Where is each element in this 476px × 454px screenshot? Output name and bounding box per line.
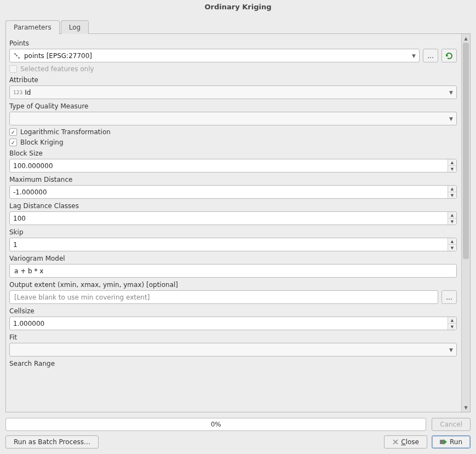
parameters-panel: Points points [EPSG:27700] ▼ … bbox=[5, 34, 471, 412]
close-icon bbox=[392, 439, 399, 445]
checkbox-box bbox=[9, 139, 17, 146]
attribute-combo[interactable]: 123 Id ▼ bbox=[9, 85, 457, 99]
ellipsis-icon: … bbox=[427, 52, 434, 60]
lag-classes-spin[interactable]: 100 ▲ ▼ bbox=[9, 211, 457, 225]
extent-label: Output extent (xmin, xmax, ymin, ymax) [… bbox=[9, 281, 457, 289]
close-button-label: lose bbox=[406, 438, 419, 446]
block-size-label: Block Size bbox=[9, 150, 457, 157]
dialog-title: Ordinary Kriging bbox=[0, 0, 476, 14]
ellipsis-icon: ... bbox=[446, 294, 452, 301]
max-distance-spin[interactable]: -1.000000 ▲ ▼ bbox=[9, 185, 457, 199]
tab-bar: Parameters Log bbox=[5, 19, 471, 34]
checkbox-box bbox=[9, 128, 17, 136]
chevron-down-icon: ▼ bbox=[449, 90, 453, 95]
vertical-scrollbar[interactable]: ▲ ▼ bbox=[461, 34, 470, 412]
search-range-label: Search Range bbox=[9, 360, 457, 367]
run-batch-label: Run as Batch Process… bbox=[14, 438, 90, 446]
quality-measure-label: Type of Quality Measure bbox=[9, 102, 457, 110]
points-combo[interactable]: points [EPSG:27700] ▼ bbox=[9, 49, 420, 62]
spin-down-icon[interactable]: ▼ bbox=[448, 166, 456, 172]
svg-rect-0 bbox=[440, 440, 444, 444]
tab-parameters[interactable]: Parameters bbox=[5, 20, 60, 35]
extent-input-field[interactable] bbox=[13, 293, 434, 302]
skip-value: 1 bbox=[13, 241, 448, 249]
spin-arrows: ▲ ▼ bbox=[448, 238, 456, 251]
numeric-field-icon: 123 bbox=[13, 90, 22, 95]
variogram-input[interactable] bbox=[9, 264, 457, 278]
fit-combo[interactable]: ▼ bbox=[9, 343, 457, 357]
cellsize-label: Cellsize bbox=[9, 307, 457, 315]
progress-bar: 0% bbox=[5, 418, 426, 431]
variogram-label: Variogram Model bbox=[9, 255, 457, 262]
spin-up-icon[interactable]: ▲ bbox=[448, 159, 456, 166]
spin-down-icon[interactable]: ▼ bbox=[448, 245, 456, 251]
spin-arrows: ▲ ▼ bbox=[448, 317, 456, 330]
points-browse-button[interactable]: … bbox=[423, 49, 438, 62]
spin-arrows: ▲ ▼ bbox=[448, 212, 456, 225]
run-button[interactable]: Run bbox=[432, 435, 471, 449]
extent-input[interactable] bbox=[9, 290, 438, 304]
dialog-window: Ordinary Kriging Parameters Log Points p… bbox=[0, 0, 476, 454]
cancel-button: Cancel bbox=[432, 418, 471, 431]
spin-down-icon[interactable]: ▼ bbox=[448, 324, 456, 330]
run-button-label: Run bbox=[450, 438, 462, 446]
chevron-down-icon: ▼ bbox=[449, 347, 453, 353]
skip-spin[interactable]: 1 ▲ ▼ bbox=[9, 238, 457, 251]
attribute-combo-value: Id bbox=[25, 89, 31, 96]
spin-up-icon[interactable]: ▲ bbox=[448, 238, 456, 245]
checkbox-box bbox=[9, 65, 17, 73]
cellsize-value: 1.000000 bbox=[13, 320, 448, 327]
selected-features-label: Selected features only bbox=[20, 65, 94, 73]
spin-arrows: ▲ ▼ bbox=[448, 159, 456, 172]
points-label: Points bbox=[9, 39, 457, 47]
chevron-down-icon: ▼ bbox=[412, 53, 416, 59]
max-distance-label: Maximum Distance bbox=[9, 176, 457, 183]
block-kriging-label: Block Kriging bbox=[20, 139, 64, 146]
point-layer-icon bbox=[13, 52, 21, 60]
chevron-down-icon: ▼ bbox=[449, 116, 453, 122]
block-size-value: 100.000000 bbox=[13, 162, 448, 170]
parameters-scroll-area: Points points [EPSG:27700] ▼ … bbox=[6, 34, 461, 412]
block-size-spin[interactable]: 100.000000 ▲ ▼ bbox=[9, 159, 457, 173]
spin-down-icon[interactable]: ▼ bbox=[448, 192, 456, 198]
run-icon bbox=[440, 439, 448, 445]
selected-features-checkbox: Selected features only bbox=[9, 65, 457, 73]
spin-up-icon[interactable]: ▲ bbox=[448, 317, 456, 324]
quality-measure-combo[interactable]: ▼ bbox=[9, 112, 457, 125]
lag-classes-value: 100 bbox=[13, 215, 448, 222]
scroll-down-icon[interactable]: ▼ bbox=[462, 403, 470, 412]
spin-up-icon[interactable]: ▲ bbox=[448, 186, 456, 192]
log-transform-label: Logarithmic Transformation bbox=[20, 128, 111, 136]
skip-label: Skip bbox=[9, 228, 457, 236]
points-combo-value: points [EPSG:27700] bbox=[24, 52, 92, 60]
iterate-icon bbox=[445, 51, 454, 60]
variogram-input-field[interactable] bbox=[13, 267, 453, 275]
scrollbar-track[interactable] bbox=[462, 43, 470, 403]
cancel-button-label: Cancel bbox=[440, 421, 462, 428]
dialog-footer: 0% Cancel Run as Batch Process… Close bbox=[5, 412, 471, 449]
spin-down-icon[interactable]: ▼ bbox=[448, 219, 456, 225]
cellsize-spin[interactable]: 1.000000 ▲ ▼ bbox=[9, 317, 457, 330]
close-button[interactable]: Close bbox=[384, 435, 427, 449]
dialog-content: Parameters Log Points points [EPSG:27700… bbox=[0, 14, 476, 454]
scrollbar-thumb[interactable] bbox=[463, 43, 469, 259]
lag-classes-label: Lag Distance Classes bbox=[9, 202, 457, 210]
fit-label: Fit bbox=[9, 334, 457, 341]
block-kriging-checkbox[interactable]: Block Kriging bbox=[9, 139, 457, 146]
log-transform-checkbox[interactable]: Logarithmic Transformation bbox=[9, 128, 457, 136]
iterate-button[interactable] bbox=[441, 49, 457, 62]
spin-arrows: ▲ ▼ bbox=[448, 186, 456, 198]
max-distance-value: -1.000000 bbox=[13, 188, 448, 196]
extent-browse-button[interactable]: ... bbox=[441, 290, 457, 304]
scroll-up-icon[interactable]: ▲ bbox=[462, 34, 470, 43]
run-batch-button[interactable]: Run as Batch Process… bbox=[5, 435, 99, 449]
attribute-label: Attribute bbox=[9, 76, 457, 84]
spin-up-icon[interactable]: ▲ bbox=[448, 212, 456, 219]
tab-log[interactable]: Log bbox=[61, 20, 89, 34]
progress-text: 0% bbox=[211, 421, 221, 428]
